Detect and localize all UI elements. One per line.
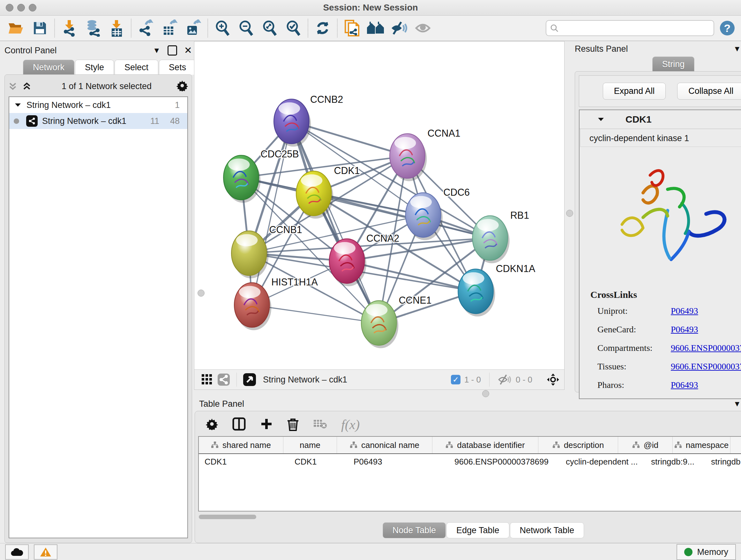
table-cell[interactable]: stringdb:9... xyxy=(645,454,705,469)
node-CDKN1A[interactable]: CDKN1A xyxy=(458,263,536,317)
node-CCNA2[interactable]: CCNA2 xyxy=(329,233,399,287)
crosslink-link[interactable]: P06493 xyxy=(671,324,698,334)
export-table-button[interactable] xyxy=(158,17,181,39)
import-network-file-button[interactable] xyxy=(57,17,81,39)
table-cell[interactable]: cyclin-dependent ... xyxy=(560,454,645,469)
table-splitter[interactable] xyxy=(194,390,741,397)
section-expander-icon[interactable] xyxy=(597,117,604,122)
table-cell[interactable]: CDK1 xyxy=(289,454,348,469)
network-collection-row[interactable]: String Network – cdk1 1 xyxy=(9,97,187,113)
network-canvas[interactable]: CCNB2CCNA1CDC25BCDK1CDC6RB1CCNB1CCNA2CDK… xyxy=(194,42,564,369)
table-options-gear-icon[interactable] xyxy=(206,418,218,431)
node-CCNE1[interactable]: CCNE1 xyxy=(361,295,431,348)
collection-expander-icon[interactable] xyxy=(14,102,21,108)
tab-string[interactable]: String xyxy=(652,57,695,71)
tab-node-table[interactable]: Node Table xyxy=(383,522,446,538)
table-row[interactable]: CDK1CDK1P064939606.ENSP00000378699cyclin… xyxy=(199,454,741,469)
right-area: CCNB2CCNA1CDC25BCDK1CDC6RB1CCNB1CCNA2CDK… xyxy=(194,41,741,543)
toolbar-separator xyxy=(131,19,131,37)
import-table-file-button[interactable] xyxy=(105,17,128,39)
column-header-shared-name[interactable]: shared name xyxy=(199,437,283,453)
column-header-canonical-name[interactable]: canonical name xyxy=(337,437,432,453)
zoom-in-button[interactable] xyxy=(211,17,234,39)
float-panel-icon[interactable] xyxy=(167,45,177,56)
network-row-selected[interactable]: String Network – cdk1 11 48 xyxy=(9,113,187,129)
search-box[interactable] xyxy=(546,20,714,36)
control-panel: Control Panel ▼ ✕ NetworkStyleSelectSets… xyxy=(0,41,194,543)
first-neighbors-button[interactable] xyxy=(364,17,387,39)
splitter-handle[interactable] xyxy=(566,210,573,217)
panel-menu-icon[interactable]: ▼ xyxy=(733,400,741,408)
hide-selected-button[interactable] xyxy=(387,17,411,39)
node-label-CDKN1A: CDKN1A xyxy=(496,263,536,274)
splitter-handle[interactable] xyxy=(482,390,489,397)
node-CCNB2[interactable]: CCNB2 xyxy=(274,94,343,147)
help-button[interactable]: ? xyxy=(720,21,735,36)
node-RB1[interactable]: RB1 xyxy=(473,210,529,263)
node-CDC6[interactable]: CDC6 xyxy=(406,187,470,240)
crosslink-row: Pharos:P06493 xyxy=(597,380,741,390)
results-panel-title: Results Panel xyxy=(575,44,628,54)
panel-menu-icon[interactable]: ▼ xyxy=(153,47,160,54)
show-columns-icon[interactable] xyxy=(232,417,246,432)
export-image-button[interactable] xyxy=(181,17,205,39)
new-network-from-selection-button[interactable] xyxy=(340,17,364,39)
import-network-database-button[interactable] xyxy=(81,17,105,39)
zoom-fit-icon xyxy=(262,20,278,37)
hscroll-thumb[interactable] xyxy=(199,515,256,519)
node-section-header[interactable]: CDK1 xyxy=(580,110,741,129)
show-all-button[interactable] xyxy=(411,17,434,39)
crosslink-link[interactable]: 9606.ENSP00000378699 xyxy=(671,343,741,353)
add-column-icon[interactable] xyxy=(260,418,273,432)
delete-column-icon[interactable] xyxy=(287,417,299,432)
tab-style[interactable]: Style xyxy=(75,60,114,75)
open-session-button[interactable] xyxy=(4,17,28,39)
tab-network-table[interactable]: Network Table xyxy=(510,522,584,538)
crosslink-link[interactable]: P06493 xyxy=(671,306,698,316)
export-network-icon xyxy=(138,19,154,37)
cloud-status-button[interactable] xyxy=(5,544,29,560)
memory-button[interactable]: Memory xyxy=(677,544,736,560)
apply-layout-button[interactable] xyxy=(311,17,334,39)
table-hscrollbar[interactable] xyxy=(196,511,741,521)
collapse-all-button[interactable]: Collapse All xyxy=(677,83,741,100)
column-header--id[interactable]: @id xyxy=(618,437,673,453)
crosslink-link[interactable]: P06493 xyxy=(671,380,698,390)
crosslink-link[interactable]: 9606.ENSP00000378699 xyxy=(671,361,741,372)
right-splitter[interactable] xyxy=(564,41,575,390)
tab-select[interactable]: Select xyxy=(115,60,158,75)
warnings-button[interactable] xyxy=(34,544,57,560)
table-cell[interactable]: P06493 xyxy=(348,454,449,469)
zoom-fit-button[interactable] xyxy=(258,17,281,39)
node-label-CDC6: CDC6 xyxy=(443,187,470,198)
node-label-CCNB1: CCNB1 xyxy=(269,224,302,235)
node-HIST1H1A[interactable]: HIST1H1A xyxy=(234,276,318,330)
close-panel-icon[interactable]: ✕ xyxy=(184,46,192,55)
save-session-button[interactable] xyxy=(28,17,52,39)
table-cell[interactable]: CDK1 xyxy=(199,454,289,469)
export-network-button[interactable] xyxy=(134,17,158,39)
zoom-selected-button[interactable] xyxy=(281,17,305,39)
network-list-toolbar: 1 of 1 Network selected xyxy=(9,78,188,95)
tab-network[interactable]: Network xyxy=(23,60,74,75)
table-panel-body: f(x) shared namenamecanonical namedataba… xyxy=(195,411,741,543)
column-header-description[interactable]: description xyxy=(538,437,618,453)
column-header-database-identifier[interactable]: database identifier xyxy=(432,437,538,453)
network-options-gear-icon[interactable] xyxy=(177,80,188,92)
column-header-namespace[interactable]: namespace xyxy=(673,437,731,453)
table-cell[interactable]: 9606.ENSP00000378699 xyxy=(449,454,560,469)
network-graph[interactable]: CCNB2CCNA1CDC25BCDK1CDC6RB1CCNB1CCNA2CDK… xyxy=(194,42,564,412)
node-label-CCNB2: CCNB2 xyxy=(310,94,343,105)
search-input[interactable] xyxy=(561,23,710,33)
expand-all-networks-icon[interactable] xyxy=(23,81,31,91)
tab-edge-table[interactable]: Edge Table xyxy=(447,522,509,538)
panel-menu-icon[interactable]: ▼ xyxy=(733,45,741,53)
collapse-all-networks-icon[interactable] xyxy=(9,81,17,91)
tab-sets[interactable]: Sets xyxy=(159,60,196,75)
column-header-name[interactable]: name xyxy=(283,437,337,453)
expand-all-button[interactable]: Expand All xyxy=(603,83,666,100)
toolbar-separator xyxy=(207,19,208,37)
zoom-out-button[interactable] xyxy=(234,17,258,39)
edge-CCNB2-CCNE1[interactable] xyxy=(291,121,379,323)
table-cell[interactable]: stringdb xyxy=(705,454,741,469)
